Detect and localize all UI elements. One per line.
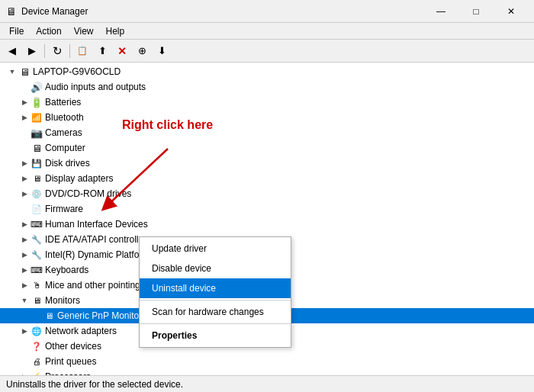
other-label: Other devices <box>45 341 101 352</box>
mice-icon: 🖱 <box>31 279 43 291</box>
status-bar: Uninstalls the driver for the selected d… <box>0 375 534 392</box>
processors-icon: ⚡ <box>31 371 43 375</box>
menu-file[interactable]: File <box>3 24 30 38</box>
network-arrow: ▶ <box>18 325 31 337</box>
root-icon: 🖥 <box>18 66 31 78</box>
display-icon: 🖥 <box>31 172 43 185</box>
forward-button[interactable]: ▶ <box>23 42 41 60</box>
tree-item-dvd[interactable]: ▶ 💿 DVD/CD-ROM drives <box>0 186 534 201</box>
mice-arrow: ▶ <box>18 279 31 291</box>
minimize-button[interactable]: — <box>424 0 458 23</box>
ctx-properties[interactable]: Properties <box>140 326 291 345</box>
display-label: Display adapters <box>45 173 113 184</box>
pnp-icon: 🖥 <box>43 310 55 322</box>
menu-view[interactable]: View <box>68 24 100 38</box>
computer-arrow: ▶ <box>18 142 31 154</box>
keyboards-label: Keyboards <box>45 265 88 275</box>
context-menu: Update driver Disable device Uninstall d… <box>139 236 291 348</box>
network-icon: 🌐 <box>31 325 43 337</box>
network-label: Network adapters <box>45 326 117 336</box>
audio-icon: 🔊 <box>31 81 43 93</box>
tree-item-processors[interactable]: ▶ ⚡ Processors <box>0 369 534 375</box>
display-arrow: ▶ <box>18 172 31 185</box>
back-button[interactable]: ◀ <box>3 42 21 60</box>
tree-root[interactable]: ▼ 🖥 LAPTOP-G9V6OCLD <box>0 64 534 79</box>
tree-item-batteries[interactable]: ▶ 🔋 Batteries <box>0 95 534 110</box>
menu-help[interactable]: Help <box>100 24 131 38</box>
monitors-icon: 🖥 <box>31 294 43 307</box>
dvd-icon: 💿 <box>31 188 43 200</box>
uninstall-button[interactable]: ✕ <box>113 42 131 60</box>
maximize-button[interactable]: □ <box>459 0 493 23</box>
ctx-disable-device[interactable]: Disable device <box>140 259 291 278</box>
keyboards-arrow: ▶ <box>18 264 31 276</box>
window-title: Device Manager <box>21 6 88 17</box>
add-legacy-button[interactable]: ⬇ <box>153 42 171 60</box>
audio-label: Audio inputs and outputs <box>45 82 146 92</box>
hid-icon: ⌨ <box>31 218 43 230</box>
tree-item-computer[interactable]: ▶ 🖥 Computer <box>0 140 534 156</box>
tree-item-firmware[interactable]: ▶ 📄 Firmware <box>0 201 534 217</box>
other-arrow: ▶ <box>18 340 31 352</box>
toolbar: ◀ ▶ ↻ 📋 ⬆ ✕ ⊕ ⬇ <box>0 40 534 63</box>
scan-button[interactable]: ⊕ <box>133 42 151 60</box>
monitors-label: Monitors <box>45 295 80 306</box>
firmware-label: Firmware <box>45 204 83 214</box>
pnp-arrow: ▶ <box>31 310 43 322</box>
keyboards-icon: ⌨ <box>31 264 43 276</box>
batteries-arrow: ▶ <box>18 96 31 108</box>
tree-item-audio[interactable]: ▶ 🔊 Audio inputs and outputs <box>0 79 534 95</box>
menu-action[interactable]: Action <box>30 24 67 38</box>
ide-label: IDE ATA/ATAPI controllers <box>45 234 151 245</box>
firmware-icon: 📄 <box>31 203 43 215</box>
intel-arrow: ▶ <box>18 249 31 261</box>
refresh-button[interactable]: ↻ <box>48 42 66 60</box>
dvd-label: DVD/CD-ROM drives <box>45 188 131 199</box>
ctx-scan-hardware[interactable]: Scan for hardware changes <box>140 302 291 322</box>
hid-arrow: ▶ <box>18 218 31 230</box>
menu-bar: File Action View Help <box>0 23 534 40</box>
tree-item-print[interactable]: ▶ 🖨 Print queues <box>0 354 534 369</box>
disk-icon: 💾 <box>31 157 43 169</box>
disk-label: Disk drives <box>45 158 90 169</box>
tree-item-cameras[interactable]: ▶ 📷 Cameras <box>0 125 534 140</box>
computer-icon: 🖥 <box>31 142 43 154</box>
tree-item-hid[interactable]: ▶ ⌨ Human Interface Devices <box>0 217 534 232</box>
bluetooth-arrow: ▶ <box>18 111 31 124</box>
audio-arrow: ▶ <box>18 81 31 93</box>
print-icon: 🖨 <box>31 355 43 368</box>
bluetooth-icon: 📶 <box>31 111 43 124</box>
bluetooth-label: Bluetooth <box>45 112 84 123</box>
monitors-arrow: ▼ <box>18 294 31 307</box>
status-text: Uninstalls the driver for the selected d… <box>6 379 183 390</box>
cameras-arrow: ▶ <box>18 127 31 139</box>
cameras-label: Cameras <box>45 127 82 138</box>
hid-label: Human Interface Devices <box>45 219 148 230</box>
ctx-uninstall-device[interactable]: Uninstall device <box>140 278 291 298</box>
intel-icon: 🔧 <box>31 249 43 261</box>
update-driver-button[interactable]: ⬆ <box>93 42 111 60</box>
tree-item-bluetooth[interactable]: ▶ 📶 Bluetooth <box>0 110 534 125</box>
print-label: Print queues <box>45 356 96 367</box>
root-label: LAPTOP-G9V6OCLD <box>33 66 121 77</box>
root-arrow: ▼ <box>6 66 18 78</box>
window-controls: — □ ✕ <box>424 0 528 23</box>
batteries-icon: 🔋 <box>31 96 43 108</box>
app-icon: 🖥 <box>6 5 17 18</box>
processors-label: Processors <box>45 371 91 375</box>
computer-label: Computer <box>45 143 85 153</box>
ctx-update-driver[interactable]: Update driver <box>140 239 291 259</box>
title-bar: 🖥 Device Manager — □ ✕ <box>0 0 534 23</box>
tree-item-disk[interactable]: ▶ 💾 Disk drives <box>0 156 534 171</box>
properties-button[interactable]: 📋 <box>73 42 92 60</box>
other-icon: ❓ <box>31 340 43 352</box>
print-arrow: ▶ <box>18 355 31 368</box>
ide-arrow: ▶ <box>18 233 31 246</box>
processors-arrow: ▶ <box>18 371 31 375</box>
ctx-separator-2 <box>140 323 291 324</box>
close-button[interactable]: ✕ <box>494 0 528 23</box>
firmware-arrow: ▶ <box>18 203 31 215</box>
cameras-icon: 📷 <box>31 127 43 139</box>
dvd-arrow: ▶ <box>18 188 31 200</box>
tree-item-display[interactable]: ▶ 🖥 Display adapters <box>0 171 534 186</box>
